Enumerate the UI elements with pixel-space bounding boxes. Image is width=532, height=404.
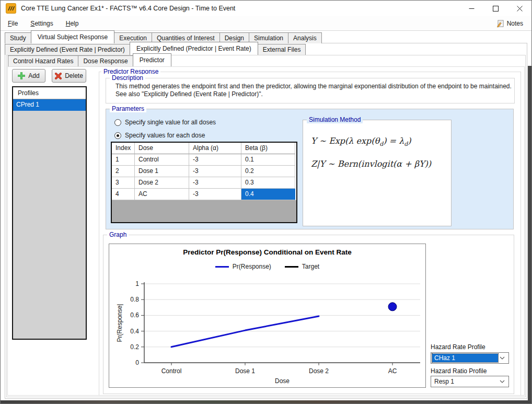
title-bar: Core TTE Lung Cancer Ex1* - FACTS™ v6.4 … [1, 1, 531, 16]
chart-legend: Pr(Response)Target [109, 263, 425, 270]
table-cell[interactable]: -3 [189, 177, 241, 189]
table-cell[interactable]: -3 [189, 166, 241, 177]
tab-control-hazard-rates[interactable]: Control Hazard Rates [8, 55, 78, 66]
tab-virtual-subject-response[interactable]: Virtual Subject Response [31, 30, 115, 43]
simulation-method-group: Simulation Method Y ~ Exp(λ exp(θd) = λd… [303, 120, 452, 226]
table-cell[interactable]: 0.3 [241, 177, 295, 189]
profile-item[interactable]: CPred 1 [13, 99, 86, 111]
radio-option-specify-single-value-for-all-doses[interactable]: Specify single value for all doses [114, 118, 216, 126]
table-row: 4AC-30.4 [112, 189, 296, 200]
plot-marker [388, 303, 397, 311]
svg-text:0.6: 0.6 [130, 311, 139, 319]
column-header[interactable]: Beta (β) [241, 143, 295, 154]
column-header[interactable]: Alpha (α) [189, 143, 241, 154]
hazard-ratio-profile-label: Hazard Ratio Profile [431, 367, 487, 375]
menu-file[interactable]: File [3, 17, 23, 30]
tab-study[interactable]: Study [5, 32, 31, 43]
radio-label: Specify single value for all doses [125, 119, 216, 126]
y-axis-label: Pr(Response| [116, 304, 123, 342]
hazard-ratio-profile-select[interactable]: Resp 1 [431, 376, 509, 387]
tab-dose-response[interactable]: Dose Response [78, 55, 133, 66]
chevron-down-icon [500, 380, 505, 383]
delete-button-label: Delete [65, 72, 83, 79]
menu-help[interactable]: Help [61, 17, 84, 30]
x-axis-label: Dose [275, 377, 290, 385]
legend-label: Target [302, 263, 319, 270]
x-tick-label: AC [388, 367, 397, 375]
table-header-row: IndexDoseAlpha (α)Beta (β) [112, 143, 296, 154]
svg-text:0: 0 [135, 359, 139, 366]
hazard-rate-profile-label: Hazard Rate Profile [431, 343, 485, 351]
app-window: Core TTE Lung Cancer Ex1* - FACTS™ v6.4 … [0, 0, 532, 404]
chart: Predictor Pr(Response) Conditional on Ev… [109, 244, 426, 388]
tab-explicitly-defined-event-rate-predictor[interactable]: Explicitly Defined (Event Rate | Predict… [5, 44, 130, 55]
graph-label: Graph [107, 231, 129, 238]
description-line2: See also "Explicitly Defined (Event Rate… [115, 90, 514, 98]
add-button[interactable]: Add [12, 69, 45, 83]
table-row: 2Dose 1-30.2 [112, 166, 296, 177]
chevron-down-icon [500, 356, 505, 360]
hazard-rate-profile-select[interactable]: CHaz 1 [431, 352, 509, 364]
svg-text:0.8: 0.8 [130, 296, 139, 303]
x-tick-label: Control [161, 367, 182, 375]
tab-analysis[interactable]: Analysis [288, 32, 322, 43]
hazard-rate-profile-value: CHaz 1 [432, 354, 498, 362]
table-cell[interactable]: 3 [112, 177, 135, 189]
close-button[interactable] [507, 1, 531, 16]
table-row: 1Control-30.1 [112, 154, 296, 166]
column-header[interactable]: Dose [135, 143, 189, 154]
table-cell[interactable]: -3 [189, 189, 241, 200]
notes-label: Notes [507, 20, 523, 27]
x-tick-label: Dose 1 [235, 367, 255, 375]
x-tick-label: Dose 2 [309, 367, 329, 375]
column-header[interactable]: Index [112, 143, 135, 154]
table-cell[interactable]: 4 [112, 189, 135, 200]
chart-plot: 00.20.40.60.81ControlDose 1Dose 2ACDoseP… [109, 273, 425, 387]
description-label: Description [110, 74, 145, 82]
menu-settings[interactable]: Settings [25, 17, 58, 30]
menu-bar: FileSettingsHelp Notes [1, 16, 531, 31]
window-title: Core TTE Lung Cancer Ex1* - FACTS™ v6.4 … [21, 5, 235, 12]
add-button-label: Add [28, 72, 39, 79]
hazard-ratio-profile-value: Resp 1 [432, 377, 498, 386]
table-cell[interactable]: Control [135, 154, 189, 166]
radio-icon[interactable] [114, 132, 121, 139]
notes-button[interactable]: Notes [493, 17, 526, 30]
table-cell[interactable]: 0.1 [241, 154, 295, 166]
legend-item: Target [285, 263, 319, 270]
simulation-method-label: Simulation Method [307, 116, 363, 123]
legend-label: Pr(Response) [233, 263, 271, 270]
radio-icon[interactable] [114, 119, 121, 126]
svg-text:1: 1 [135, 280, 139, 287]
graph-group: Graph Predictor Pr(Response) Conditional… [103, 235, 514, 394]
legend-swatch [215, 266, 229, 268]
predictor-response-group: Predictor Response Description This meth… [99, 72, 521, 396]
minimize-button[interactable] [459, 1, 483, 16]
delete-button[interactable]: Delete [52, 69, 86, 83]
tab-predictor[interactable]: Predictor [133, 53, 171, 66]
svg-text:0.2: 0.2 [130, 343, 139, 351]
legend-swatch [285, 266, 298, 268]
table-cell[interactable]: 2 [112, 166, 135, 177]
delete-x-icon [55, 73, 62, 79]
table-cell[interactable]: AC [135, 189, 189, 200]
chart-title: Predictor Pr(Response) Conditional on Ev… [109, 248, 425, 256]
maximize-button[interactable] [483, 1, 507, 16]
formula-endpoint: Y ~ Exp(λ exp(θd) = λd) [311, 136, 411, 147]
table-cell[interactable]: 0.4 [241, 189, 295, 200]
predictor-tab-strip: Control Hazard RatesDose ResponsePredict… [8, 55, 171, 66]
svg-text:0.4: 0.4 [130, 328, 139, 335]
radio-option-specify-values-for-each-dose[interactable]: Specify values for each dose [114, 131, 205, 140]
formula-predictor: Z|Y ~ Bern(invlogit(α + βY)) [311, 159, 431, 169]
profiles-list: Profiles CPred 1 [12, 86, 87, 340]
table-cell[interactable]: -3 [189, 154, 241, 166]
table-cell[interactable]: 1 [112, 154, 135, 166]
table-row: 3Dose 2-30.3 [112, 177, 296, 189]
table-cell[interactable]: 0.2 [241, 166, 295, 177]
legend-item: Pr(Response) [215, 263, 271, 270]
table-cell[interactable]: Dose 1 [135, 166, 189, 177]
table-cell[interactable]: Dose 2 [135, 177, 189, 189]
tab-external-files[interactable]: External Files [258, 44, 306, 55]
table-empty-area [112, 200, 296, 222]
radio-label: Specify values for each dose [125, 132, 205, 139]
